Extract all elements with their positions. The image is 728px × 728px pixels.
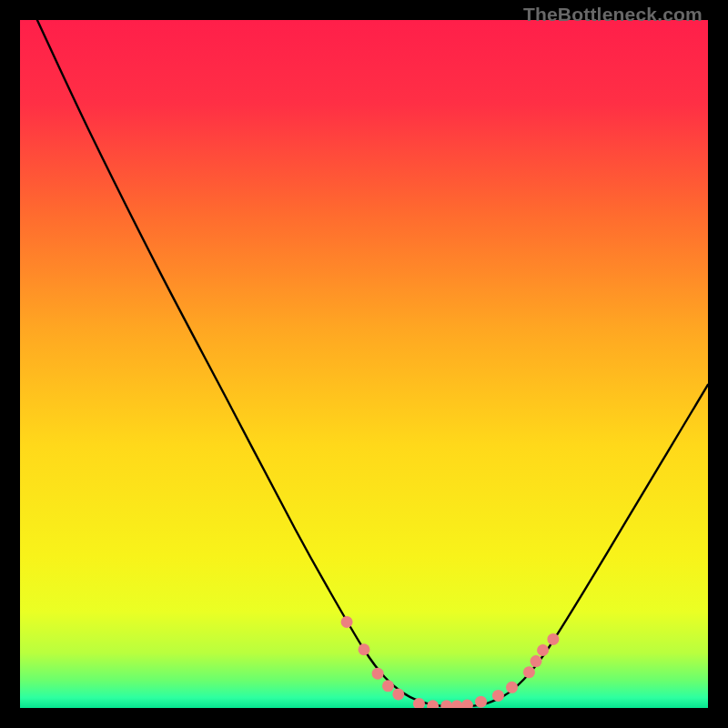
scatter-dot [392, 688, 404, 700]
scatter-dot [427, 700, 439, 708]
chart-svg [20, 20, 708, 708]
scatter-dot [506, 682, 518, 693]
scatter-dot [341, 616, 353, 628]
scatter-dot [492, 690, 504, 702]
chart-stage: TheBottleneck.com [0, 0, 728, 728]
scatter-dot [382, 680, 394, 692]
scatter-dot [531, 655, 542, 667]
scatter-dot [523, 666, 535, 678]
scatter-dot [461, 699, 473, 708]
watermark-text: TheBottleneck.com [523, 4, 703, 25]
scatter-dot [537, 644, 549, 656]
scatter-dot [359, 643, 370, 655]
bottleneck-curve [37, 20, 708, 707]
scatter-dot [547, 633, 559, 645]
scatter-dot [451, 700, 463, 708]
scatter-dot [440, 700, 452, 708]
scatter-dot [372, 668, 384, 680]
scatter-dot [475, 696, 487, 708]
plot-area [20, 20, 708, 708]
